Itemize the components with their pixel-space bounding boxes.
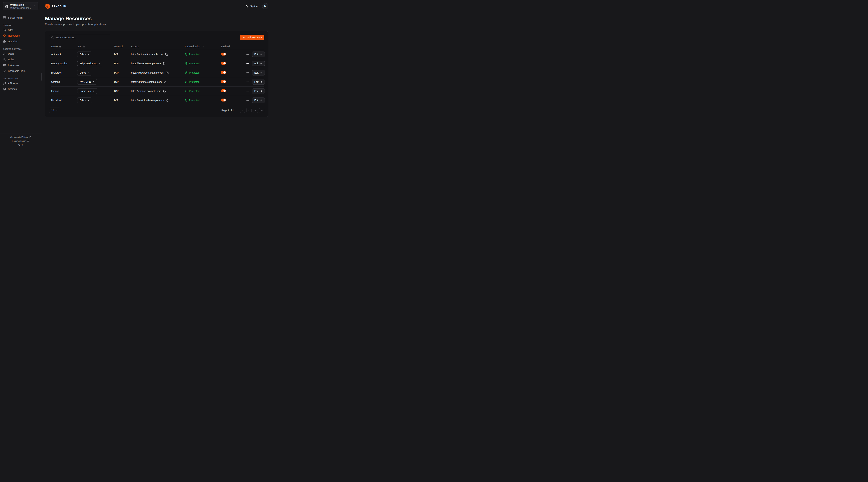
arrow-right-icon	[260, 53, 262, 56]
user-icon	[3, 53, 6, 55]
moon-icon	[246, 5, 249, 8]
enabled-toggle[interactable]	[221, 99, 226, 101]
enabled-toggle[interactable]	[221, 89, 226, 92]
first-page-button[interactable]	[240, 108, 245, 113]
next-page-button[interactable]	[253, 108, 258, 113]
org-selector[interactable]: Organization milo@fossorial.io's ...	[3, 2, 38, 10]
sidebar-item-roles[interactable]: Roles	[0, 57, 41, 62]
arrow-up-right-icon	[92, 81, 95, 83]
edit-button[interactable]: Edit	[252, 52, 265, 57]
copy-url-button[interactable]	[166, 71, 168, 74]
table-row: Battery Monitor Edge Device 01 TCP https…	[51, 59, 265, 68]
copy-url-button[interactable]	[163, 90, 166, 93]
resource-protocol: TCP	[114, 71, 131, 74]
enabled-toggle[interactable]	[221, 71, 226, 74]
resource-name: Authentik	[51, 53, 77, 56]
enabled-toggle[interactable]	[221, 80, 226, 83]
search-input[interactable]	[55, 36, 109, 39]
site-name: Office	[80, 53, 86, 56]
chevrons-left-icon	[241, 109, 244, 111]
edit-button[interactable]: Edit	[252, 61, 265, 66]
site-link-button[interactable]: AWS VPC	[77, 79, 97, 85]
table-row: Authentik Office TCP https://authentik.e…	[51, 50, 265, 59]
sidebar-section-general: GENERAL	[0, 21, 41, 27]
copy-url-button[interactable]	[163, 62, 165, 65]
documentation-link[interactable]: Documentation	[2, 139, 39, 143]
toggle-knob	[223, 81, 226, 83]
enabled-toggle[interactable]	[221, 53, 226, 56]
sidebar-item-label: Invitations	[8, 64, 19, 67]
row-menu-button[interactable]	[246, 53, 249, 56]
sidebar-item-label: Domains	[8, 40, 18, 43]
site-link-button[interactable]: Office	[77, 52, 92, 57]
row-menu-button[interactable]	[246, 90, 249, 93]
site-name: Edge Device 01	[80, 62, 97, 65]
sidebar-item-api-keys[interactable]: API Keys	[0, 81, 41, 86]
sidebar-item-users[interactable]: Users	[0, 51, 41, 57]
row-menu-button[interactable]	[246, 99, 249, 102]
sidebar-section-access-control: ACCESS CONTROL	[0, 44, 41, 51]
edit-button[interactable]: Edit	[252, 70, 265, 75]
edit-button[interactable]: Edit	[252, 79, 265, 85]
toggle-knob	[223, 53, 226, 55]
org-selector-value: milo@fossorial.io's ...	[10, 6, 32, 9]
page-size-value: 20	[51, 109, 54, 112]
arrow-up-right-icon	[88, 72, 90, 74]
site-link-button[interactable]: Edge Device 01	[77, 61, 103, 66]
copy-url-button[interactable]	[164, 81, 166, 83]
previous-page-button[interactable]	[246, 108, 252, 113]
column-header-enabled: Enabled	[221, 45, 246, 48]
column-header-label: Protocol	[114, 45, 123, 48]
copy-url-button[interactable]	[165, 53, 168, 56]
enabled-toggle[interactable]	[221, 62, 226, 65]
theme-toggle[interactable]: System	[246, 5, 258, 8]
arrow-right-icon	[260, 90, 262, 92]
search-box[interactable]	[49, 35, 111, 40]
resource-url: https://bitwarden.example.com	[131, 71, 164, 74]
version-label: v1.7.0	[2, 143, 39, 147]
row-menu-button[interactable]	[246, 62, 249, 65]
arrow-right-icon	[260, 81, 262, 83]
documentation-label: Documentation	[12, 140, 26, 142]
row-menu-button[interactable]	[246, 80, 249, 84]
sidebar-item-shareable-links[interactable]: Shareable Links	[0, 68, 41, 74]
arrow-up-right-icon	[93, 90, 95, 92]
site-name: Office	[80, 99, 86, 102]
auth-status-label: Protected	[189, 99, 199, 102]
sidebar-item-resources[interactable]: Resources	[0, 33, 41, 39]
page-size-select[interactable]: 20	[49, 107, 60, 113]
avatar[interactable]: M	[262, 3, 268, 9]
edit-button[interactable]: Edit	[252, 88, 265, 94]
resource-protocol: TCP	[114, 90, 131, 93]
shield-check-icon	[185, 62, 188, 65]
sidebar-resize-handle[interactable]	[41, 73, 41, 81]
sidebar-item-server-admin[interactable]: Server Admin	[0, 15, 41, 21]
edit-button[interactable]: Edit	[252, 97, 265, 103]
row-menu-button[interactable]	[246, 71, 249, 74]
column-header-name[interactable]: Name	[51, 45, 77, 48]
auth-status-label: Protected	[189, 53, 199, 56]
column-header-site[interactable]: Site	[77, 45, 114, 48]
add-resource-button[interactable]: Add Resource	[240, 35, 265, 40]
last-page-button[interactable]	[259, 108, 265, 113]
community-edition-link[interactable]: Community Edition	[2, 135, 39, 139]
sidebar-item-sites[interactable]: Sites	[0, 27, 41, 33]
table-row: Immich Home Lab TCP https://immich.examp…	[51, 87, 265, 96]
table-row: Bitwarden Office TCP https://bitwarden.e…	[51, 68, 265, 77]
site-link-button[interactable]: Home Lab	[77, 88, 97, 94]
copy-icon	[164, 81, 166, 83]
site-link-button[interactable]: Office	[77, 70, 92, 75]
edit-label: Edit	[254, 99, 258, 102]
column-header-protocol: Protocol	[114, 45, 131, 48]
copy-url-button[interactable]	[166, 99, 168, 102]
sidebar-item-invitations[interactable]: Invitations	[0, 62, 41, 68]
brand-logo[interactable]: PANGOLIN	[45, 3, 66, 9]
resource-url: https://battery.example.com	[131, 62, 161, 65]
column-header-authentication[interactable]: Authentication	[185, 45, 221, 48]
sidebar-item-settings[interactable]: Settings	[0, 86, 41, 92]
sidebar-item-domains[interactable]: Domains	[0, 39, 41, 44]
shield-check-icon	[185, 90, 188, 93]
table-footer: 20 Page 1 of 1	[49, 107, 265, 113]
site-link-button[interactable]: Office	[77, 97, 92, 103]
brand-name: PANGOLIN	[52, 5, 66, 8]
